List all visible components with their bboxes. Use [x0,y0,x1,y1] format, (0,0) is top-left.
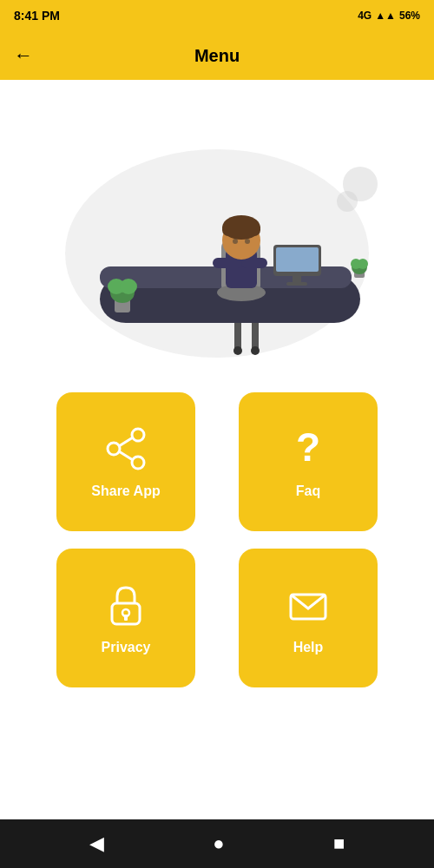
faq-label: Faq [296,483,320,499]
svg-point-17 [233,239,238,244]
svg-point-0 [65,149,369,358]
main-content: Share App ? Faq Privacy [0,80,434,819]
help-label: Help [293,640,324,655]
svg-point-30 [358,259,368,269]
svg-rect-20 [276,247,319,272]
privacy-icon [102,581,150,629]
nav-home-button[interactable]: ● [213,832,224,855]
svg-rect-5 [234,323,241,349]
svg-line-34 [119,437,133,446]
faq-icon: ? [284,424,332,473]
share-app-button[interactable]: Share App [56,392,195,531]
battery-icon: 56% [399,10,420,22]
hero-illustration [52,106,382,366]
svg-rect-39 [124,615,128,621]
status-time: 8:41 PM [14,9,60,23]
svg-rect-12 [213,258,243,268]
privacy-button[interactable]: Privacy [56,549,195,687]
svg-point-26 [120,279,137,294]
back-button[interactable]: ← [14,44,33,67]
svg-point-33 [132,457,144,469]
status-bar: 8:41 PM 4G ▲▲ 56% [0,0,434,31]
faq-button[interactable]: ? Faq [239,392,378,531]
svg-rect-6 [252,323,259,349]
svg-point-18 [245,239,250,244]
svg-line-35 [119,451,133,460]
bottom-nav: ◀ ● ■ [0,819,434,868]
nav-back-button[interactable]: ◀ [89,832,104,855]
svg-text:?: ? [296,424,320,470]
help-button[interactable]: Help [239,549,378,687]
share-icon [102,424,150,473]
signal-bars-icon: ▲▲ [375,10,396,22]
svg-point-31 [132,429,144,441]
help-icon [284,581,332,629]
svg-point-8 [251,346,260,355]
svg-rect-37 [112,603,140,624]
svg-point-7 [233,346,242,355]
signal-icon: 4G [358,10,372,22]
privacy-label: Privacy [102,640,151,655]
illustration-area [0,80,434,392]
header: ← Menu [0,31,434,80]
status-icons: 4G ▲▲ 56% [358,10,420,22]
nav-recents-button[interactable]: ■ [333,832,345,855]
menu-grid: Share App ? Faq Privacy [0,392,434,687]
svg-rect-22 [286,282,307,286]
svg-rect-21 [293,276,301,283]
page-title: Menu [194,46,240,66]
svg-point-2 [337,191,358,212]
svg-point-32 [108,443,120,455]
svg-rect-13 [241,258,267,268]
share-app-label: Share App [91,483,160,499]
svg-rect-16 [222,223,260,236]
